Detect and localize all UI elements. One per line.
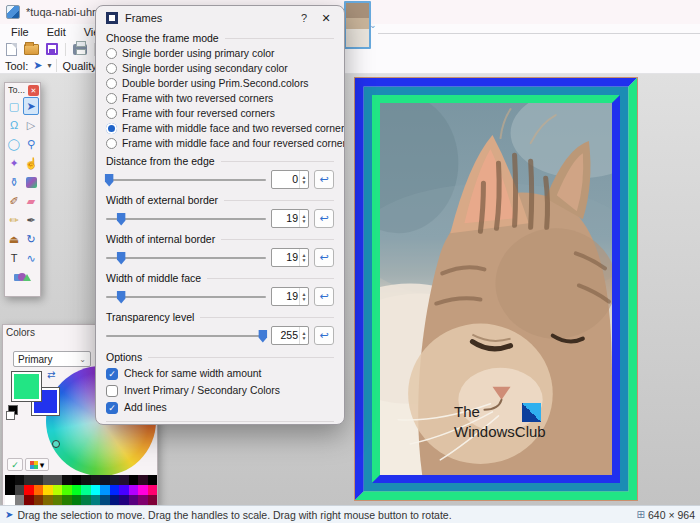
- slider-thumb[interactable]: [117, 252, 126, 265]
- spin-down-icon[interactable]: ▼: [302, 258, 307, 263]
- palette-color-cell[interactable]: [148, 485, 158, 495]
- option-checkbox[interactable]: ✓Check for same width amount: [106, 365, 334, 382]
- color-wheel-selector[interactable]: [52, 440, 60, 448]
- spinner[interactable]: ▲▼: [299, 288, 308, 305]
- palette-color-cell[interactable]: [62, 475, 72, 485]
- palette-color-cell[interactable]: [110, 485, 120, 495]
- palette-color-cell[interactable]: [72, 475, 82, 485]
- palette-color-cell[interactable]: [138, 495, 148, 505]
- frame-mode-option[interactable]: Single border using secondary color: [106, 61, 334, 76]
- frame-mode-option[interactable]: Single border using primary color: [106, 46, 334, 61]
- slider-track[interactable]: [106, 179, 266, 181]
- frame-mode-option[interactable]: Frame with four reversed corners: [106, 106, 334, 121]
- print-icon[interactable]: [73, 44, 87, 55]
- color-mode-select[interactable]: Primary ⌄: [13, 351, 91, 367]
- palette-color-cell[interactable]: [129, 495, 139, 505]
- palette-color-cell[interactable]: [15, 475, 25, 485]
- palette-color-cell[interactable]: [34, 495, 44, 505]
- menu-file[interactable]: File: [2, 26, 38, 38]
- current-tool-icon[interactable]: ➤: [33, 60, 42, 71]
- palette-color-cell[interactable]: [110, 475, 120, 485]
- palette-color-cell[interactable]: [53, 485, 63, 495]
- spinner[interactable]: ▲▼: [299, 171, 308, 188]
- tool-lasso-select[interactable]: Ω: [6, 116, 22, 134]
- slider-value-input[interactable]: 255▲▼: [271, 326, 309, 345]
- dialog-title-bar[interactable]: Frames ? ✕: [96, 6, 344, 30]
- palette-color-cell[interactable]: [15, 495, 25, 505]
- palette-color-cell[interactable]: [43, 475, 53, 485]
- palette-color-cell[interactable]: [81, 475, 91, 485]
- frame-mode-option[interactable]: Frame with two reversed corners: [106, 91, 334, 106]
- palette-color-cell[interactable]: [110, 495, 120, 505]
- reset-button[interactable]: ↩: [314, 248, 334, 267]
- tool-paint-bucket[interactable]: ⚱: [6, 173, 22, 191]
- radio-icon[interactable]: [106, 138, 117, 149]
- option-checkbox[interactable]: Invert Primary / Secondary Colors: [106, 382, 334, 399]
- palette-color-cell[interactable]: [138, 485, 148, 495]
- tool-recolor[interactable]: ↻: [23, 230, 39, 248]
- tool-paintbrush[interactable]: ✐: [6, 192, 22, 210]
- tool-gradient[interactable]: [23, 173, 39, 191]
- radio-icon[interactable]: [106, 123, 117, 134]
- palette-color-cell[interactable]: [100, 475, 110, 485]
- slider-thumb[interactable]: [105, 174, 114, 187]
- slider-value-input[interactable]: 19▲▼: [271, 287, 309, 306]
- open-file-icon[interactable]: [24, 44, 39, 55]
- spinner[interactable]: ▲▼: [299, 249, 308, 266]
- frame-mode-option[interactable]: Frame with middle face and two reversed …: [106, 121, 334, 136]
- palette-color-cell[interactable]: [100, 485, 110, 495]
- spin-down-icon[interactable]: ▼: [302, 297, 307, 302]
- option-checkbox[interactable]: ✓Add lines: [106, 399, 334, 416]
- swap-colors-icon[interactable]: ⇄: [47, 369, 55, 380]
- reset-button[interactable]: ↩: [314, 170, 334, 189]
- checkbox-icon[interactable]: ✓: [106, 402, 118, 414]
- palette-color-cell[interactable]: [91, 485, 101, 495]
- radio-icon[interactable]: [106, 93, 117, 104]
- palette-color-cell[interactable]: [148, 495, 158, 505]
- reset-button[interactable]: ↩: [314, 287, 334, 306]
- palette-color-cell[interactable]: [148, 475, 158, 485]
- spinner[interactable]: ▲▼: [299, 327, 308, 344]
- palette-color-cell[interactable]: [81, 485, 91, 495]
- palette-color-cell[interactable]: [24, 475, 34, 485]
- palette-color-cell[interactable]: [5, 485, 15, 495]
- palette-color-cell[interactable]: [129, 475, 139, 485]
- slider-track[interactable]: [106, 335, 266, 337]
- spin-down-icon[interactable]: ▼: [302, 336, 307, 341]
- image-list-chevron-icon[interactable]: ⌄: [369, 20, 377, 30]
- palette-color-cell[interactable]: [62, 495, 72, 505]
- close-icon[interactable]: ✕: [28, 85, 39, 96]
- radio-icon[interactable]: [106, 48, 117, 59]
- palette-color-cell[interactable]: [91, 475, 101, 485]
- palette-color-cell[interactable]: [129, 485, 139, 495]
- slider-thumb[interactable]: [258, 330, 267, 343]
- radio-icon[interactable]: [106, 108, 117, 119]
- palette-color-cell[interactable]: [119, 495, 129, 505]
- new-file-icon[interactable]: [6, 43, 17, 56]
- tool-clone-stamp[interactable]: ⏏: [6, 230, 22, 248]
- primary-color-swatch[interactable]: [11, 371, 42, 402]
- radio-icon[interactable]: [106, 78, 117, 89]
- tool-move-selected-pixels[interactable]: ➤: [23, 97, 39, 115]
- palette-color-cell[interactable]: [53, 475, 63, 485]
- checkbox-icon[interactable]: ✓: [106, 368, 118, 380]
- palette-color-cell[interactable]: [138, 475, 148, 485]
- tool-line-curve[interactable]: ∿: [23, 249, 39, 267]
- palette-color-cell[interactable]: [100, 495, 110, 505]
- palette-color-cell[interactable]: [34, 475, 44, 485]
- slider-value-input[interactable]: 19▲▼: [271, 209, 309, 228]
- tool-color-picker[interactable]: ✒: [23, 211, 39, 229]
- palette-color-cell[interactable]: [72, 485, 82, 495]
- close-icon[interactable]: ✕: [318, 12, 334, 25]
- canvas[interactable]: The WindowsClub: [355, 78, 637, 500]
- spinner[interactable]: ▲▼: [299, 210, 308, 227]
- reset-button[interactable]: ↩: [314, 326, 334, 345]
- tool-rectangle-select[interactable]: ▢: [6, 97, 22, 115]
- slider-thumb[interactable]: [117, 213, 126, 226]
- palette-color-cell[interactable]: [119, 475, 129, 485]
- palette-color-cell[interactable]: [43, 485, 53, 495]
- tool-zoom[interactable]: ⚲: [23, 135, 39, 153]
- slider-track[interactable]: [106, 296, 266, 298]
- image-thumbnail-tab[interactable]: [344, 1, 371, 49]
- palette-color-cell[interactable]: [34, 485, 44, 495]
